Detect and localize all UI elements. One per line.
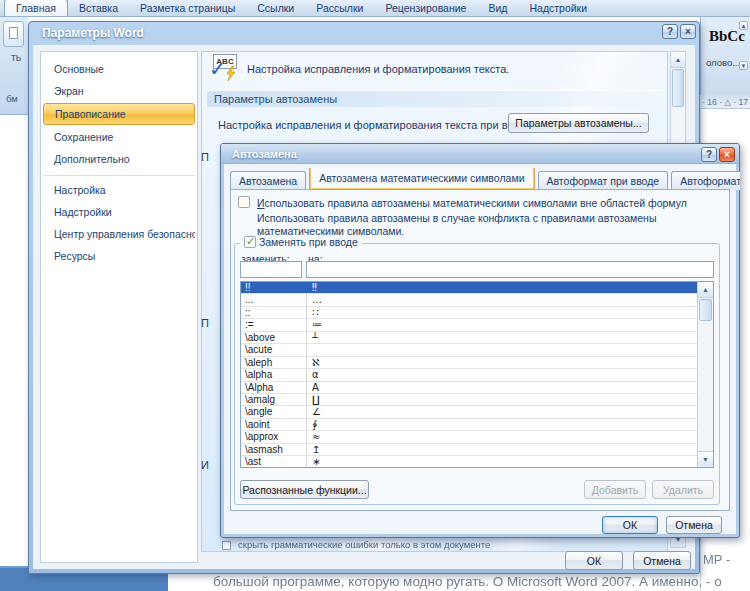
options-cancel-button[interactable]: Отмена bbox=[633, 551, 691, 570]
sidebar-item[interactable]: Центр управления безопасностью bbox=[43, 224, 195, 244]
ribbon-tab[interactable]: Рецензирование bbox=[374, 0, 477, 16]
covered-checkbox-label: скрыть грамматические ошибки только в эт… bbox=[238, 539, 658, 550]
paste-button-fragment[interactable] bbox=[3, 21, 24, 47]
autocorrect-row-label: Настройка исправления и форматирования т… bbox=[218, 119, 535, 131]
entry-row[interactable]: !! ‼ bbox=[241, 282, 697, 294]
entry-row[interactable]: \aoint ∳ bbox=[241, 419, 697, 431]
delete-button[interactable]: Удалить bbox=[652, 480, 714, 499]
entry-find: \aoint bbox=[241, 419, 307, 430]
entry-find: !! bbox=[241, 282, 307, 293]
entry-replacement: … bbox=[307, 294, 697, 305]
scroll-up-icon[interactable]: ▲ bbox=[698, 282, 713, 298]
ribbon-tab[interactable]: Главная bbox=[4, 0, 68, 16]
sidebar-item[interactable]: Настройка bbox=[43, 175, 195, 200]
ribbon-tab[interactable]: Вставка bbox=[68, 0, 129, 16]
entry-find: \acute bbox=[241, 344, 307, 355]
entry-find: \alpha bbox=[241, 369, 307, 380]
scrollbar-thumb[interactable] bbox=[672, 69, 684, 107]
scroll-up-icon[interactable]: ▲ bbox=[671, 52, 685, 68]
entry-find: := bbox=[241, 319, 307, 330]
entry-row[interactable]: \Alpha Α bbox=[241, 382, 697, 394]
replace-as-typed-checkbox[interactable] bbox=[244, 236, 256, 248]
entries-rows: !! ‼ ... … :: ∷ := ≔ \above ┴ \acute \al… bbox=[241, 282, 697, 467]
entry-row[interactable]: := ≔ bbox=[241, 319, 697, 331]
sidebar-item[interactable]: Сохранение bbox=[43, 127, 195, 147]
scrollbar-thumb[interactable] bbox=[699, 299, 712, 321]
entry-row[interactable]: \amalg ∐ bbox=[241, 394, 697, 406]
covered-checkbox[interactable] bbox=[222, 541, 231, 550]
replace-input[interactable] bbox=[240, 261, 302, 278]
entry-replacement: ∳ bbox=[307, 419, 697, 430]
close-icon[interactable]: × bbox=[680, 24, 696, 39]
help-icon[interactable]: ? bbox=[701, 147, 717, 162]
autocorrect-options-button[interactable]: Параметры автозамены... bbox=[508, 113, 649, 133]
entry-row[interactable]: \asmash ↥ bbox=[241, 444, 697, 456]
document-text-fragment: МР - bbox=[703, 552, 749, 567]
sidebar-item[interactable]: Экран bbox=[43, 81, 195, 101]
ribbon-tab[interactable]: Ссылки bbox=[246, 0, 305, 16]
dialog-tab[interactable]: Автозамена математическими символами bbox=[309, 168, 534, 190]
entry-row[interactable]: :: ∷ bbox=[241, 307, 697, 319]
entry-row[interactable]: \approx ≈ bbox=[241, 431, 697, 443]
with-input[interactable] bbox=[306, 261, 714, 278]
covered-section-letter: И bbox=[201, 459, 209, 471]
entry-row[interactable]: \above ┴ bbox=[241, 332, 697, 344]
sidebar-item[interactable]: Ресурсы bbox=[43, 246, 195, 266]
autocorrect-section-header: Параметры автозамены bbox=[207, 90, 662, 107]
dialog-tab[interactable]: Автоформат bbox=[671, 171, 740, 190]
autocorrect-entries-list: !! ‼ ... … :: ∷ := ≔ \above ┴ \acute \al… bbox=[240, 281, 714, 468]
sidebar-item[interactable]: Основные bbox=[43, 59, 195, 79]
list-scrollbar[interactable]: ▲ ▼ bbox=[697, 282, 713, 467]
word-options-sidebar: ОсновныеЭкранПравописаниеСохранениеДопол… bbox=[40, 51, 198, 563]
entry-replacement bbox=[307, 344, 697, 355]
ribbon-tab[interactable]: Рассылки bbox=[305, 0, 374, 16]
ribbon-text-fragment: ть bbox=[11, 51, 21, 63]
conflict-note-text: Использовать правила автозамены в случае… bbox=[257, 212, 697, 237]
dialog-tab[interactable]: Автоформат при вводе bbox=[538, 171, 669, 190]
entry-row[interactable]: \angle ∠ bbox=[241, 406, 697, 418]
entry-find: \asmash bbox=[241, 444, 307, 455]
gallery-down-arrow-icon[interactable]: ▼ bbox=[739, 61, 748, 70]
document-text-line: большой программе, которую модно ругать.… bbox=[213, 574, 750, 589]
autocorrect-cancel-button[interactable]: Отмена bbox=[666, 516, 722, 534]
sidebar-item[interactable]: Надстройки bbox=[43, 202, 195, 222]
entry-row[interactable]: \acute bbox=[241, 344, 697, 356]
entry-replacement: ∷ bbox=[307, 307, 697, 318]
entry-row[interactable]: ... … bbox=[241, 294, 697, 306]
close-icon[interactable]: × bbox=[719, 147, 735, 162]
lightning-icon bbox=[225, 66, 237, 81]
add-button[interactable]: Добавить bbox=[584, 480, 646, 499]
ribbon-tab[interactable]: Разметка страницы bbox=[129, 0, 246, 16]
ribbon-tab[interactable]: Вид bbox=[477, 0, 518, 16]
entry-replacement: Α bbox=[307, 382, 697, 393]
styles-gallery-preview[interactable]: BbCc bbox=[709, 28, 745, 45]
entry-replacement: ↥ bbox=[307, 444, 697, 455]
recognized-functions-button[interactable]: Распознанные функции... bbox=[240, 480, 369, 499]
entry-replacement: ┴ bbox=[307, 332, 697, 343]
entry-replacement: ≔ bbox=[307, 319, 697, 330]
sidebar-item[interactable]: Правописание bbox=[43, 103, 195, 125]
ribbon-tab[interactable]: Надстройки bbox=[518, 0, 598, 16]
gallery-up-arrow-icon[interactable]: ▲ bbox=[739, 21, 748, 30]
autocorrect-ok-button[interactable]: ОК bbox=[602, 516, 658, 534]
entry-replacement: ∗ bbox=[307, 456, 697, 467]
use-rules-outside-formulas-checkbox[interactable] bbox=[238, 196, 250, 208]
entry-find: \above bbox=[241, 332, 307, 343]
covered-section-letter: П bbox=[201, 317, 209, 329]
screen: ГлавнаяВставкаРазметка страницыСсылкиРас… bbox=[0, 0, 750, 591]
entry-row[interactable]: \ast ∗ bbox=[241, 456, 697, 467]
help-icon[interactable]: ? bbox=[662, 24, 678, 39]
entry-row[interactable]: \alpha α bbox=[241, 369, 697, 381]
entry-find: \Alpha bbox=[241, 382, 307, 393]
entry-find: \amalg bbox=[241, 394, 307, 405]
scroll-down-icon[interactable]: ▼ bbox=[698, 451, 713, 467]
entry-find: :: bbox=[241, 307, 307, 318]
sidebar-item[interactable]: Дополнительно bbox=[43, 149, 195, 169]
ribbon-group-label-fragment: бм bbox=[6, 93, 18, 104]
entry-replacement: ∐ bbox=[307, 394, 697, 405]
ribbon-right-fragment: BbCc олово... ▲ ▼ bbox=[700, 17, 750, 95]
entry-row[interactable]: \aleph ℵ bbox=[241, 357, 697, 369]
dialog-tab[interactable]: Автозамена bbox=[230, 171, 306, 190]
options-ok-button[interactable]: ОК bbox=[565, 551, 623, 570]
ruler-fragment: · 16 · △ · 17 bbox=[700, 95, 750, 109]
